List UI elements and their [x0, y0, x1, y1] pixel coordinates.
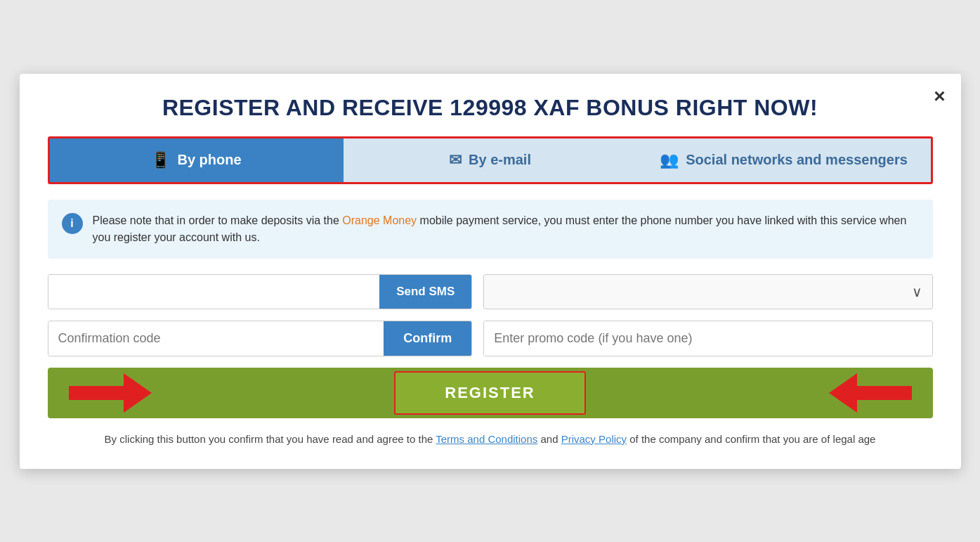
footer-text: By clicking this button you confirm that…	[48, 431, 933, 448]
arrow-left	[69, 373, 152, 413]
footer-text-between: and	[537, 433, 561, 445]
tab-social-label: Social networks and messengers	[686, 152, 908, 168]
register-bg: REGISTER	[48, 368, 933, 418]
arrow-right-head	[829, 373, 857, 413]
orange-money-link[interactable]: Orange Money	[342, 214, 417, 226]
terms-link[interactable]: Terms and Conditions	[436, 433, 537, 445]
registration-modal: × REGISTER AND RECEIVE 129998 XAF BONUS …	[20, 74, 961, 469]
phone-input-group: Send SMS	[48, 274, 473, 309]
footer-text-after: of the company and confirm that you are …	[627, 433, 875, 445]
phone-input[interactable]	[48, 275, 380, 309]
arrow-right-body	[856, 386, 912, 400]
info-text-before: Please note that in order to make deposi…	[93, 214, 343, 226]
promo-input[interactable]	[484, 321, 932, 356]
footer-text-before: By clicking this button you confirm that…	[105, 433, 436, 445]
confirmation-row: Confirm	[48, 321, 933, 356]
chevron-down-icon: ∨	[912, 283, 922, 300]
info-box: i Please note that in order to make depo…	[48, 200, 933, 259]
arrow-left-head	[124, 373, 152, 413]
phone-icon: 📱	[151, 151, 170, 169]
arrow-left-body	[69, 386, 125, 400]
close-button[interactable]: ×	[934, 86, 945, 106]
social-icon: 👥	[660, 151, 679, 169]
tab-email-label: By e-mail	[469, 152, 531, 168]
confirmation-input-group: Confirm	[48, 321, 473, 356]
tab-phone-label: By phone	[177, 152, 241, 168]
send-sms-button[interactable]: Send SMS	[379, 275, 471, 309]
info-icon: i	[62, 213, 83, 234]
phone-row: Send SMS ∨	[48, 274, 933, 309]
modal-title: REGISTER AND RECEIVE 129998 XAF BONUS RI…	[48, 95, 933, 121]
info-text: Please note that in order to make deposi…	[93, 212, 919, 246]
tab-phone[interactable]: 📱 By phone	[50, 138, 344, 182]
arrow-right	[829, 373, 912, 413]
tab-email[interactable]: ✉ By e-mail	[344, 138, 637, 182]
register-button[interactable]: REGISTER	[394, 371, 585, 415]
email-icon: ✉	[449, 151, 462, 169]
tab-social[interactable]: 👥 Social networks and messengers	[637, 138, 931, 182]
confirm-button[interactable]: Confirm	[384, 321, 471, 356]
confirmation-input[interactable]	[48, 321, 384, 356]
register-row: REGISTER	[48, 368, 933, 418]
country-dropdown[interactable]: ∨	[483, 274, 932, 309]
tabs-container: 📱 By phone ✉ By e-mail 👥 Social networks…	[48, 136, 933, 184]
privacy-link[interactable]: Privacy Policy	[561, 433, 627, 445]
promo-input-group	[483, 321, 932, 356]
